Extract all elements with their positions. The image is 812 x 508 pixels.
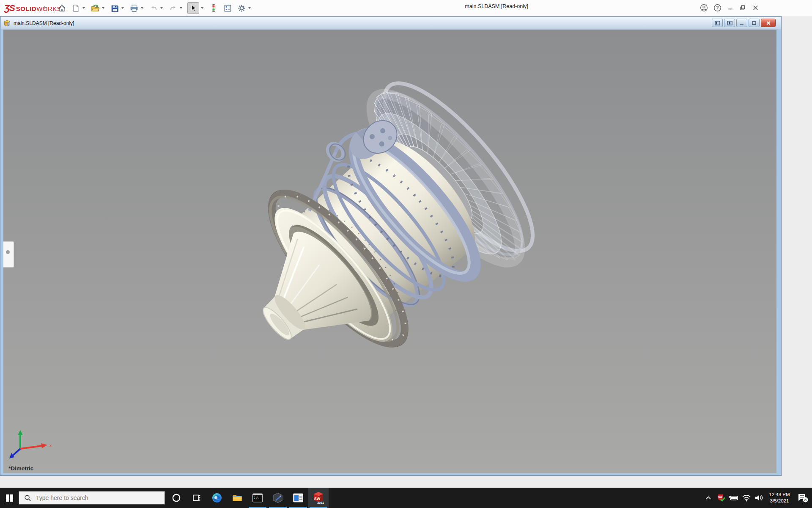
- print-button[interactable]: [129, 2, 139, 14]
- doc-minimize-button[interactable]: [736, 19, 747, 27]
- options-button[interactable]: [236, 2, 247, 14]
- pane-left-button[interactable]: [712, 19, 723, 27]
- blue-window-app-icon: [293, 493, 304, 503]
- orientation-label: *Dimetric: [8, 465, 33, 472]
- taskbar-file-explorer[interactable]: [227, 488, 247, 508]
- save-dropdown[interactable]: [120, 2, 125, 14]
- taskbar-edge[interactable]: [207, 488, 227, 508]
- file-explorer-icon: [232, 492, 243, 503]
- svg-text:C:\_: C:\_: [254, 497, 261, 500]
- open-dropdown[interactable]: [100, 2, 106, 14]
- select-dropdown[interactable]: [199, 2, 205, 14]
- tray-date: 3/5/2021: [765, 498, 793, 504]
- notification-count: 3: [804, 497, 807, 502]
- task-view-icon: [192, 493, 201, 502]
- taskbar-command-prompt[interactable]: C:\_: [247, 488, 268, 508]
- tray-time: 12:48 PM: [765, 491, 793, 498]
- tray-clock[interactable]: 12:48 PM 3/5/2021: [765, 491, 793, 504]
- open-button[interactable]: [90, 2, 100, 14]
- minimize-icon[interactable]: [727, 4, 734, 12]
- taskbar-cortana[interactable]: [166, 488, 187, 508]
- new-document-icon: [71, 4, 80, 13]
- tray-wifi-icon[interactable]: [740, 488, 753, 508]
- taskbar-search[interactable]: [19, 491, 165, 505]
- undo-icon: [149, 4, 158, 13]
- tab-handle-dot: [6, 250, 10, 254]
- search-input[interactable]: [36, 494, 154, 501]
- assembly-cube-icon: [3, 19, 11, 27]
- triad-x-label: x: [49, 443, 52, 448]
- search-icon: [24, 494, 31, 502]
- cortana-icon: [172, 493, 181, 502]
- document-title: main.SLDASM [Read-only]: [14, 20, 74, 26]
- restore-icon[interactable]: [739, 4, 746, 12]
- edge-icon: [211, 492, 222, 503]
- print-dropdown[interactable]: [139, 2, 145, 14]
- redo-dropdown[interactable]: [178, 2, 184, 14]
- app-titlebar: ƷS SOLID WORKS ▸: [0, 0, 812, 16]
- close-icon[interactable]: [752, 4, 759, 12]
- new-document-dropdown[interactable]: [81, 2, 86, 14]
- svg-text:2021: 2021: [317, 501, 324, 504]
- system-tray: SW 12:: [702, 488, 812, 508]
- graphics-viewport[interactable]: x *Dimetric: [3, 30, 776, 473]
- svg-text:?: ?: [716, 6, 719, 10]
- svg-text:SW: SW: [314, 497, 321, 501]
- help-icon[interactable]: ?: [713, 4, 721, 12]
- taskbar-task-view[interactable]: [187, 488, 207, 508]
- gear-icon: [237, 4, 246, 13]
- feature-tree-collapsed-tab[interactable]: [3, 241, 14, 268]
- app-title: main.SLDASM [Read-only]: [465, 3, 528, 9]
- tray-volume-icon[interactable]: [753, 488, 765, 508]
- reference-triad: x: [8, 428, 55, 462]
- pane-right-button[interactable]: [724, 19, 735, 27]
- traffic-light-button[interactable]: [208, 2, 219, 14]
- engine-assembly: [202, 64, 554, 409]
- solidworks-app: ƷS SOLID WORKS ▸: [0, 0, 812, 488]
- options-dropdown[interactable]: [247, 2, 252, 14]
- document-window-controls: [712, 19, 776, 27]
- brand-solid: SOLID: [16, 5, 36, 12]
- home-button[interactable]: [57, 2, 67, 14]
- document-window: main.SLDASM [Read-only]: [0, 16, 782, 476]
- taskbar-blue-window-app[interactable]: [288, 488, 308, 508]
- brand-glyph: ƷS: [4, 3, 15, 13]
- redo-button[interactable]: [168, 2, 178, 14]
- save-icon: [110, 4, 119, 13]
- menu-flyout-arrow-icon[interactable]: ▸: [44, 4, 47, 10]
- undo-button[interactable]: [148, 2, 159, 14]
- doc-close-button[interactable]: [761, 19, 776, 27]
- windows-logo-icon: [6, 494, 13, 502]
- evaluate-button[interactable]: [222, 2, 233, 14]
- notification-icon: 3: [797, 493, 808, 503]
- undo-dropdown[interactable]: [159, 2, 164, 14]
- solidworks-2021-icon: SW 2021: [313, 491, 324, 504]
- evaluate-icon: [223, 4, 232, 13]
- hexagon-tool-icon: [272, 492, 283, 503]
- traffic-light-icon: [210, 3, 217, 13]
- home-icon: [58, 4, 66, 13]
- jet-engine-model[interactable]: [3, 30, 776, 473]
- select-button[interactable]: [187, 2, 199, 14]
- command-prompt-icon: C:\_: [252, 493, 263, 503]
- save-button[interactable]: [110, 2, 120, 14]
- account-icon[interactable]: [700, 4, 708, 12]
- start-button[interactable]: [0, 488, 19, 508]
- document-titlebar[interactable]: main.SLDASM [Read-only]: [1, 17, 781, 29]
- select-cursor-icon: [189, 4, 198, 12]
- svg-text:SW: SW: [718, 496, 722, 498]
- tray-chevron-up-icon[interactable]: [702, 488, 715, 508]
- new-document-button[interactable]: [71, 2, 81, 14]
- action-center-button[interactable]: 3: [793, 488, 812, 508]
- taskbar-hexagon-tool[interactable]: [268, 488, 288, 508]
- taskbar-solidworks[interactable]: SW 2021: [308, 488, 329, 508]
- windows-taskbar: C:\_ SW 2021: [0, 488, 812, 508]
- taskbar-apps: C:\_ SW 2021: [166, 488, 329, 508]
- print-icon: [129, 4, 139, 13]
- doc-restore-button[interactable]: [749, 19, 760, 27]
- tray-battery-icon[interactable]: [727, 488, 740, 508]
- titlebar-controls: ?: [700, 3, 759, 13]
- open-icon: [91, 4, 100, 13]
- quick-access-toolbar: [57, 1, 252, 15]
- tray-solidworks-status-icon[interactable]: SW: [715, 488, 727, 508]
